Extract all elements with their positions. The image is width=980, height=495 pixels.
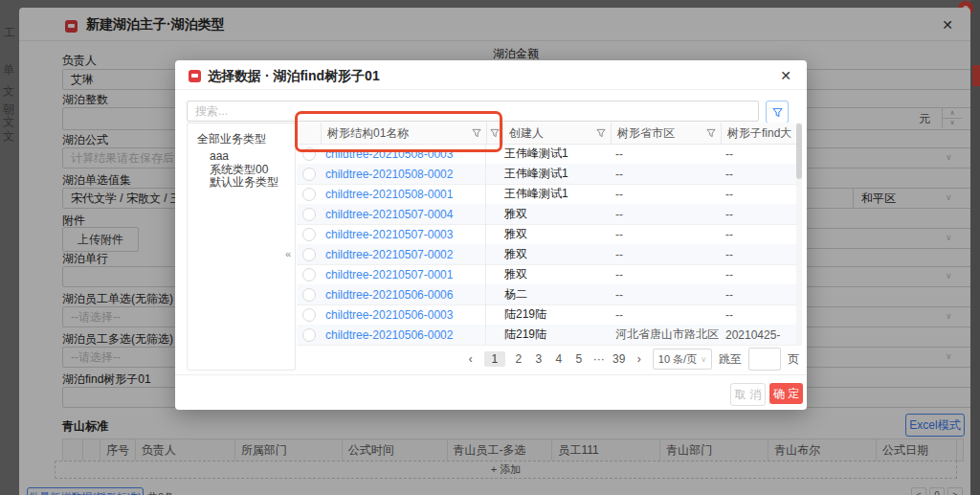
row-radio[interactable] xyxy=(302,308,316,322)
table-row[interactable]: childtree-20210507-0001雅双---- xyxy=(297,264,802,285)
column-header-region: 树形省市区 xyxy=(611,123,721,144)
row-creator: 王伟峰测试1 xyxy=(504,166,568,182)
filter-icon[interactable] xyxy=(596,128,606,138)
column-header-pinned xyxy=(486,123,502,144)
row-radio[interactable] xyxy=(302,268,316,281)
tree-item-aaa[interactable]: aaa xyxy=(210,149,229,163)
row-radio[interactable] xyxy=(302,328,316,342)
row-region: -- xyxy=(615,308,623,322)
table-row[interactable]: childtree-20210508-0003王伟峰测试1---- xyxy=(297,144,802,165)
row-radio[interactable] xyxy=(302,228,316,241)
table-row[interactable]: childtree-20210507-0004雅双---- xyxy=(297,204,802,225)
row-region: -- xyxy=(615,147,623,161)
row-region: -- xyxy=(615,208,623,221)
row-name-link[interactable]: childtree-20210506-0003 xyxy=(325,308,453,322)
row-extra: -- xyxy=(725,288,733,302)
tree-root-item[interactable]: 全部业务类型 xyxy=(197,131,266,147)
row-extra: -- xyxy=(725,147,733,161)
row-radio[interactable] xyxy=(302,168,316,181)
table-row[interactable]: childtree-20210506-0002陆219陆河北省唐山市路北区202… xyxy=(297,325,802,346)
row-radio[interactable] xyxy=(302,188,316,201)
table-row[interactable]: childtree-20210508-0002王伟峰测试1---- xyxy=(297,164,802,185)
pagination: ‹ 1 2 3 4 5 ··· 39 › 10 条/页 ∨ 跳至 页 xyxy=(464,348,799,371)
row-region: -- xyxy=(615,188,623,201)
row-creator: 王伟峰测试1 xyxy=(504,186,568,202)
filter-icon[interactable] xyxy=(490,128,500,138)
row-creator: 王伟峰测试1 xyxy=(504,146,568,162)
page-size-select[interactable]: 10 条/页 ∨ xyxy=(653,349,712,370)
row-radio[interactable] xyxy=(302,208,316,221)
tree-item-default[interactable]: 默认业务类型 xyxy=(210,174,278,191)
row-name-link[interactable]: childtree-20210507-0001 xyxy=(325,268,453,281)
filter-icon[interactable] xyxy=(472,128,481,138)
chevron-down-icon: ∨ xyxy=(701,355,706,364)
row-name-link[interactable]: childtree-20210508-0003 xyxy=(325,147,453,161)
row-creator: 雅双 xyxy=(504,206,527,222)
row-region: -- xyxy=(615,268,623,281)
row-radio[interactable] xyxy=(302,288,316,302)
page-number-39[interactable]: 39 xyxy=(612,352,626,366)
table-row[interactable]: childtree-20210506-0003陆219陆---- xyxy=(297,304,802,326)
radio-column-header xyxy=(297,123,321,144)
row-extra: 20210425- xyxy=(725,328,780,342)
row-extra: -- xyxy=(725,248,733,261)
row-region: -- xyxy=(615,248,623,261)
row-name-link[interactable]: childtree-20210507-0004 xyxy=(325,208,453,221)
row-name-link[interactable]: childtree-20210507-0003 xyxy=(325,228,453,241)
row-creator: 雅双 xyxy=(504,246,527,262)
select-data-dialog: 选择数据 · 湖泊find树形子01 ✕ 全部业务类型 aaa 系统类型00 默… xyxy=(175,60,807,410)
row-creator: 雅双 xyxy=(504,266,527,282)
column-title: 树形子find大 xyxy=(722,125,802,142)
page-number-5[interactable]: 5 xyxy=(572,352,586,366)
row-radio[interactable] xyxy=(302,248,316,261)
jump-page-input[interactable] xyxy=(748,348,781,371)
table-row[interactable]: childtree-20210506-0006杨二---- xyxy=(297,284,802,305)
page-number-4[interactable]: 4 xyxy=(552,352,566,366)
page-number-2[interactable]: 2 xyxy=(512,352,525,366)
row-region: -- xyxy=(615,288,623,302)
column-title: 树形结构01名称 xyxy=(322,125,472,142)
table-row[interactable]: childtree-20210507-0003雅双---- xyxy=(297,224,802,245)
column-header-creator: 创建人 xyxy=(502,123,611,144)
row-region: -- xyxy=(615,168,623,181)
row-radio[interactable] xyxy=(302,147,316,161)
row-name-link[interactable]: childtree-20210508-0001 xyxy=(325,188,453,201)
row-region: 河北省唐山市路北区 xyxy=(615,326,719,343)
jump-label: 跳至 xyxy=(719,351,742,368)
cancel-button[interactable]: 取 消 xyxy=(730,383,766,406)
row-name-link[interactable]: childtree-20210507-0002 xyxy=(325,248,453,261)
page-number-3[interactable]: 3 xyxy=(532,352,546,366)
row-creator: 杨二 xyxy=(504,286,527,303)
dialog-footer-divider xyxy=(175,374,807,375)
screen: 工 单 文 朝 文 文 新建湖泊主子·湖泊类型 ✕ 负责人 艾琳 湖泊整数 元 … xyxy=(0,0,980,495)
ok-button[interactable]: 确 定 xyxy=(769,383,803,404)
row-name-link[interactable]: childtree-20210506-0002 xyxy=(325,328,453,342)
collapse-sidebar-icon[interactable]: « xyxy=(285,248,291,259)
page-number-1[interactable]: 1 xyxy=(484,351,505,367)
row-extra: -- xyxy=(725,188,733,201)
filter-button[interactable] xyxy=(766,101,789,124)
filter-icon[interactable] xyxy=(706,128,716,138)
dialog-icon xyxy=(189,70,201,82)
column-header-name: 树形结构01名称 xyxy=(321,123,486,144)
search-input[interactable] xyxy=(187,101,759,122)
table-row[interactable]: childtree-20210507-0002雅双---- xyxy=(297,244,802,265)
row-extra: -- xyxy=(725,308,733,322)
next-page-button[interactable]: › xyxy=(633,352,646,366)
table-row[interactable]: childtree-20210508-0001王伟峰测试1---- xyxy=(297,184,802,205)
row-extra: -- xyxy=(725,168,733,181)
row-region: -- xyxy=(615,228,623,241)
row-name-link[interactable]: childtree-20210508-0002 xyxy=(325,168,453,181)
page-size-value: 10 条/页 xyxy=(658,352,697,367)
dialog-close-icon[interactable]: ✕ xyxy=(780,68,791,83)
row-creator: 陆219陆 xyxy=(504,326,546,343)
dialog-title: 选择数据 · 湖泊find树形子01 xyxy=(208,68,380,85)
page-unit-label: 页 xyxy=(788,351,799,368)
category-tree: 全部业务类型 aaa 系统类型00 默认业务类型 xyxy=(187,123,296,371)
column-title: 树形省市区 xyxy=(612,125,706,142)
prev-page-button[interactable]: ‹ xyxy=(464,352,478,366)
page-ellipsis: ··· xyxy=(592,352,606,366)
row-creator: 雅双 xyxy=(504,226,527,242)
row-name-link[interactable]: childtree-20210506-0006 xyxy=(325,288,453,302)
table-scrollbar[interactable] xyxy=(796,123,802,345)
